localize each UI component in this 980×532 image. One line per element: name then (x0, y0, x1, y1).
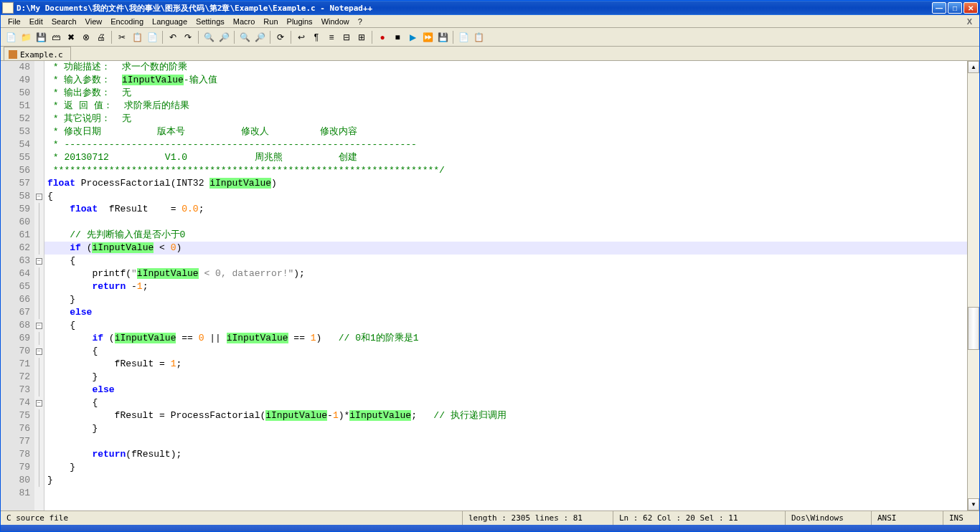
editor-area[interactable]: 4849505152535455565758596061626364656667… (1, 61, 979, 510)
playm-icon[interactable]: ⏩ (420, 30, 435, 44)
fold-column[interactable]: −−−−− (34, 61, 44, 510)
toolbar-sep (162, 31, 163, 44)
menu-macro[interactable]: Macro (229, 16, 260, 27)
savem-icon[interactable]: 💾 (435, 30, 450, 44)
toolbar-sep (234, 31, 235, 44)
file-icon (9, 50, 17, 59)
close-button[interactable]: ✕ (963, 2, 978, 14)
toolbar-sep (198, 31, 199, 44)
redo-icon[interactable]: ↷ (181, 30, 195, 44)
save-icon[interactable]: 💾 (34, 30, 48, 44)
wrap-icon[interactable]: ↩ (294, 30, 308, 44)
print-icon[interactable]: 🖨 (94, 30, 108, 44)
toolbar: 📄 📁 💾 🗃 ✖ ⊗ 🖨 ✂ 📋 📄 ↶ ↷ 🔍 🔎 🔍 🔎 ⟳ ↩ ¶ ≡ … (1, 28, 979, 47)
status-pos: Ln : 62 Col : 20 Sel : 11 (613, 511, 786, 525)
stop-icon[interactable]: ■ (390, 30, 405, 44)
toolbar-sep (111, 31, 112, 44)
menu-close-x[interactable]: X (963, 17, 976, 26)
paste-icon[interactable]: 📄 (145, 30, 159, 44)
toolbar-sep (453, 31, 453, 44)
new-icon[interactable]: 📄 (4, 30, 18, 44)
window-controls: — □ ✕ (932, 2, 978, 14)
scroll-track[interactable] (968, 73, 979, 498)
find-icon[interactable]: 🔍 (202, 30, 216, 44)
menu-plugins[interactable]: Plugins (283, 16, 317, 27)
doc1-icon[interactable]: 📄 (456, 30, 471, 44)
indent-icon[interactable]: ≡ (324, 30, 339, 44)
menu-edit[interactable]: Edit (25, 16, 47, 27)
fold-icon[interactable]: ⊟ (339, 30, 354, 44)
closeall-icon[interactable]: ⊗ (79, 30, 93, 44)
cut-icon[interactable]: ✂ (115, 30, 129, 44)
toolbar-sep (372, 31, 372, 44)
status-bar: C source file length : 2305 lines : 81 L… (1, 510, 979, 525)
menu-file[interactable]: File (4, 16, 25, 27)
copy-icon[interactable]: 📋 (130, 30, 144, 44)
menu-settings[interactable]: Settings (192, 16, 229, 27)
menu-encoding[interactable]: Encoding (106, 16, 148, 27)
zoomout-icon[interactable]: 🔎 (253, 30, 267, 44)
maximize-button[interactable]: □ (948, 2, 962, 14)
app-icon (2, 2, 14, 14)
rec-icon[interactable]: ● (375, 30, 390, 44)
chars-icon[interactable]: ¶ (309, 30, 324, 44)
toolbar-sep (270, 31, 270, 44)
line-number-gutter: 4849505152535455565758596061626364656667… (1, 61, 34, 510)
menu-help[interactable]: ? (354, 16, 367, 27)
taskbar[interactable] (1, 525, 979, 531)
zoomin-icon[interactable]: 🔍 (237, 30, 252, 44)
menu-bar: File Edit Search View Encoding Language … (1, 15, 979, 28)
window-title: D:\My Documents\我的文件\我的事业\图形及代码\第2章\Exam… (17, 3, 932, 14)
code-editor[interactable]: * 功能描述： 求一个数的阶乘 * 输入参数： iInputValue-输入值 … (44, 61, 967, 510)
title-bar: D:\My Documents\我的文件\我的事业\图形及代码\第2章\Exam… (1, 1, 979, 15)
vertical-scrollbar[interactable]: ▲ ▼ (967, 61, 979, 510)
status-filetype: C source file (1, 511, 463, 525)
toolbar-sep (291, 31, 291, 44)
menu-language[interactable]: Language (148, 16, 192, 27)
play-icon[interactable]: ▶ (405, 30, 420, 44)
saveall-icon[interactable]: 🗃 (49, 30, 63, 44)
undo-icon[interactable]: ↶ (166, 30, 180, 44)
status-encoding: ANSI (872, 511, 943, 525)
replace-icon[interactable]: 🔎 (217, 30, 231, 44)
doc2-icon[interactable]: 📋 (471, 30, 486, 44)
minimize-button[interactable]: — (932, 2, 946, 14)
open-icon[interactable]: 📁 (19, 30, 33, 44)
menu-run[interactable]: Run (259, 16, 282, 27)
tab-example-c[interactable]: Example.c (4, 47, 71, 60)
status-mode: INS (943, 511, 979, 525)
status-length: length : 2305 lines : 81 (463, 511, 613, 525)
sync-icon[interactable]: ⟳ (273, 30, 288, 44)
scroll-down-icon[interactable]: ▼ (968, 498, 979, 510)
closefile-icon[interactable]: ✖ (64, 30, 78, 44)
menu-search[interactable]: Search (47, 16, 81, 27)
menu-view[interactable]: View (81, 16, 107, 27)
scroll-up-icon[interactable]: ▲ (968, 61, 979, 73)
status-eol: Dos\Windows (786, 511, 872, 525)
tab-bar: Example.c (1, 47, 979, 61)
scroll-thumb[interactable] (968, 307, 979, 350)
tab-label: Example.c (20, 50, 63, 60)
unfold-icon[interactable]: ⊞ (354, 30, 369, 44)
menu-window[interactable]: Window (317, 16, 354, 27)
